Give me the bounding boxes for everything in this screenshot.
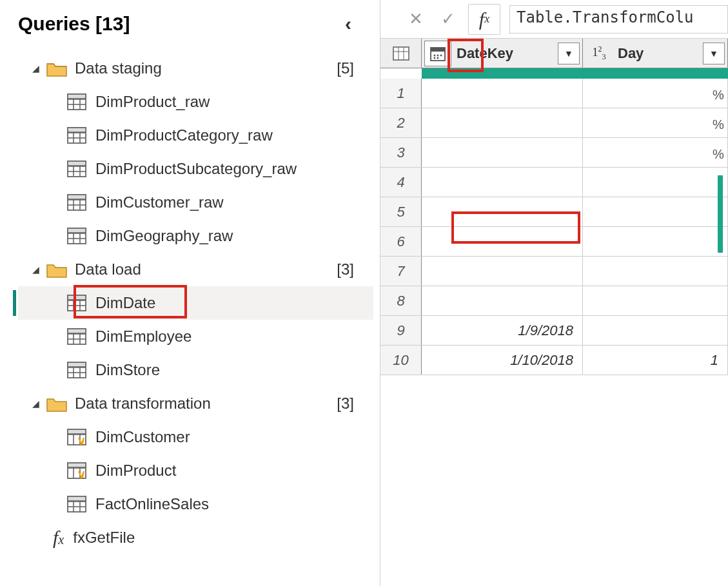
query-label: DimCustomer: [95, 428, 190, 446]
table-row[interactable]: 1: [380, 79, 728, 108]
table-row[interactable]: 2: [380, 108, 728, 138]
filter-dropdown-button[interactable]: ▼: [703, 43, 725, 64]
row-number: 5: [380, 197, 422, 226]
svg-point-72: [440, 54, 442, 56]
folder-label: Data load: [75, 260, 337, 278]
cell-datekey[interactable]: [422, 286, 583, 315]
column-name: DateKey: [454, 45, 558, 62]
query-item[interactable]: DimCustomer_raw: [18, 186, 373, 219]
svg-rect-69: [431, 48, 445, 52]
cell-datekey[interactable]: [422, 197, 583, 226]
svg-point-70: [434, 54, 436, 56]
svg-rect-47: [68, 362, 86, 367]
query-label: FactOnlineSales: [95, 495, 209, 513]
cell-day[interactable]: [583, 168, 728, 197]
pct-label: %: [709, 110, 728, 139]
table-row[interactable]: 3: [380, 138, 728, 168]
query-item[interactable]: DimCustomer: [18, 420, 373, 454]
column-header-datekey[interactable]: DateKey ▼: [422, 39, 583, 68]
svg-point-74: [437, 57, 439, 59]
folder-data-staging[interactable]: ◢ Data staging [5]: [18, 52, 373, 85]
svg-rect-35: [68, 295, 86, 300]
folder-data-load[interactable]: ◢ Data load [3]: [18, 253, 373, 286]
table-icon: [393, 46, 409, 61]
confirm-button[interactable]: ✓: [432, 4, 464, 35]
collapse-chevron-icon[interactable]: ‹: [345, 13, 351, 35]
row-number: 7: [380, 257, 422, 286]
row-number: 2: [380, 108, 422, 137]
table-row[interactable]: 5: [380, 197, 728, 227]
cell-datekey[interactable]: [422, 79, 583, 108]
query-item[interactable]: DimStore: [18, 353, 373, 387]
table-row[interactable]: 6: [380, 227, 728, 257]
query-label: DimProductCategory_raw: [95, 126, 273, 144]
cell-datekey[interactable]: [422, 168, 583, 197]
cell-datekey[interactable]: [422, 227, 583, 256]
cancel-button[interactable]: ✕: [400, 4, 432, 35]
fx-icon: fx: [53, 527, 64, 549]
query-item-dimdate[interactable]: DimDate: [18, 286, 373, 320]
expand-icon: ◢: [30, 264, 41, 275]
table-row[interactable]: 91/9/2018: [380, 316, 728, 346]
formula-input[interactable]: Table.TransformColu: [509, 5, 728, 34]
folder-label: Data transformation: [75, 395, 337, 413]
table-icon: [67, 161, 86, 177]
table-row[interactable]: 4: [380, 168, 728, 197]
table-row[interactable]: 101/10/20181: [380, 346, 728, 375]
cell-day[interactable]: [583, 286, 728, 315]
filter-dropdown-button[interactable]: ▼: [558, 43, 580, 64]
column-header-day[interactable]: 123 Day ▼: [583, 39, 728, 68]
query-item[interactable]: DimProductSubcategory_raw: [18, 152, 373, 186]
cell-datekey[interactable]: [422, 257, 583, 286]
cell-datekey[interactable]: 1/10/2018: [422, 346, 583, 375]
folder-icon: [46, 60, 67, 77]
cell-day[interactable]: [583, 138, 728, 167]
table-icon: [67, 228, 86, 244]
cell-datekey[interactable]: [422, 108, 583, 137]
cell-day[interactable]: [583, 227, 728, 256]
function-label: fxGetFile: [73, 529, 135, 547]
side-indicators: % % %: [709, 80, 728, 253]
column-name: Day: [615, 45, 703, 62]
table-row[interactable]: 7: [380, 257, 728, 286]
row-number: 8: [380, 286, 422, 315]
quality-bar: [718, 175, 723, 253]
query-label: DimProduct: [95, 462, 176, 480]
expand-icon: ◢: [30, 398, 41, 409]
cell-day[interactable]: [583, 257, 728, 286]
table-icon: [67, 295, 86, 311]
table-corner[interactable]: [380, 39, 422, 68]
query-item[interactable]: DimProduct: [18, 454, 373, 487]
table-row[interactable]: 8: [380, 286, 728, 316]
cell-day[interactable]: [583, 197, 728, 226]
pct-label: %: [709, 80, 728, 110]
query-item[interactable]: DimGeography_raw: [18, 219, 373, 253]
query-label: DimDate: [95, 294, 155, 312]
cell-datekey[interactable]: [422, 138, 583, 167]
row-number: 4: [380, 168, 422, 197]
type-icon-button[interactable]: [424, 41, 451, 66]
table-icon: [67, 496, 86, 513]
query-item[interactable]: DimProduct_raw: [18, 85, 373, 119]
column-quality-bar: [422, 68, 728, 79]
function-item[interactable]: fx fxGetFile: [18, 521, 373, 554]
svg-rect-57: [68, 463, 86, 467]
fx-button[interactable]: fx: [468, 4, 500, 35]
query-item[interactable]: DimProductCategory_raw: [18, 119, 373, 152]
table-body: 1234567891/9/2018101/10/20181: [380, 79, 728, 375]
expand-icon: ◢: [30, 63, 41, 73]
query-label: DimCustomer_raw: [95, 193, 224, 211]
table-icon: [67, 194, 86, 211]
folder-data-transformation[interactable]: ◢ Data transformation [3]: [18, 387, 373, 420]
cell-day[interactable]: [583, 316, 728, 345]
cell-day[interactable]: 1: [583, 346, 728, 375]
cell-day[interactable]: [583, 79, 728, 108]
cell-day[interactable]: [583, 108, 728, 137]
table-icon: [67, 362, 86, 378]
query-label: DimGeography_raw: [95, 227, 233, 245]
cell-datekey[interactable]: 1/9/2018: [422, 316, 583, 345]
row-number: 9: [380, 316, 422, 345]
query-item[interactable]: FactOnlineSales: [18, 487, 373, 521]
query-item[interactable]: DimEmployee: [18, 320, 373, 353]
queries-title: Queries [13]: [18, 13, 130, 35]
